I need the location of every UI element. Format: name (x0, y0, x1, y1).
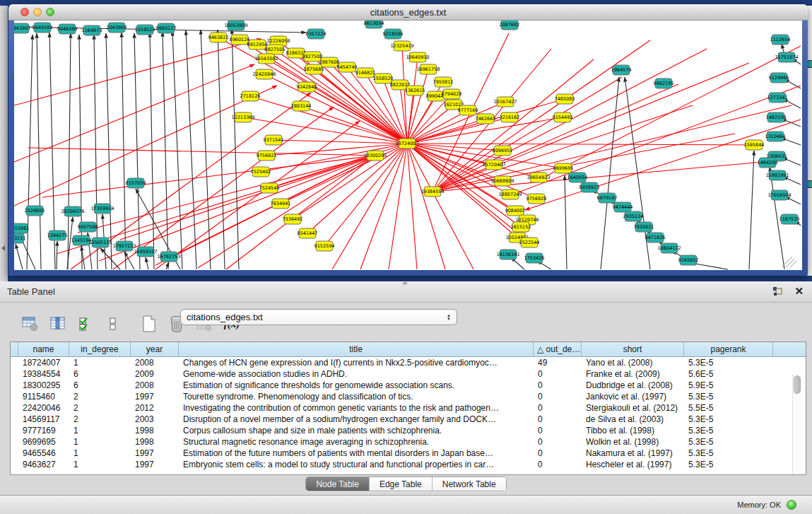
table-cell-title[interactable]: Genome-wide association studies in ADHD. (179, 368, 534, 380)
graph-node[interactable]: 16961758 (416, 64, 440, 74)
collapse-panel-arrow-icon[interactable] (1, 245, 5, 251)
table-cell-pagerank[interactable]: 5.6E-5 (684, 368, 773, 380)
table-cell-name[interactable]: 9463627 (18, 459, 69, 470)
graph-node[interactable]: 9242848 (297, 82, 317, 92)
graph-node[interactable]: 16958107 (134, 247, 157, 257)
graph-node[interactable]: 1112654 (770, 35, 791, 45)
graph-node[interactable]: 16053809 (224, 21, 247, 30)
graph-node[interactable]: 9129966 (769, 73, 789, 83)
table-select-combobox[interactable]: citations_edges.txt ▲▼ (180, 309, 457, 325)
graph-node[interactable]: 7932621 (634, 222, 654, 232)
table-cell-short[interactable]: Tibbo et al. (1998) (582, 425, 684, 436)
citation-edge-red[interactable] (402, 46, 407, 144)
table-cell-pagerank[interactable]: 5.5E-5 (684, 402, 773, 414)
citation-edge-red[interactable] (266, 59, 407, 144)
graph-node[interactable]: 1753426 (524, 253, 545, 263)
graph-node[interactable]: 2522544 (519, 238, 540, 247)
graph-node[interactable]: 1484209 (758, 158, 778, 168)
graph-node[interactable]: 9827505 (265, 45, 286, 54)
graph-node[interactable]: 22420046 (252, 69, 276, 79)
graph-node[interactable]: 1482339 (766, 112, 787, 122)
graph-node[interactable]: 17016504 (767, 190, 791, 200)
citation-edge-black[interactable] (68, 33, 71, 269)
citation-edge-black[interactable] (57, 241, 57, 269)
table-scrollbar-thumb[interactable] (794, 375, 801, 394)
table-cell-pagerank[interactable]: 5.3E-5 (684, 425, 773, 436)
citation-edge-red[interactable] (307, 144, 407, 233)
float-panel-icon[interactable] (772, 286, 783, 297)
graph-node[interactable]: 9245652 (678, 255, 699, 265)
graph-node[interactable]: 9218506 (383, 29, 404, 39)
graph-node[interactable]: 2087682 (500, 21, 520, 30)
table-cell-name[interactable]: 22420046 (18, 402, 69, 414)
citation-edge-red[interactable] (407, 144, 445, 269)
citation-edge-black[interactable] (27, 35, 33, 269)
table-cell-pagerank[interactable]: 5.3E-5 (684, 459, 773, 470)
table-cell-in_degree[interactable]: 6 (69, 380, 131, 391)
network-window-titlebar[interactable]: citations_edges.txt (8, 4, 808, 21)
graph-node[interactable]: 18300295 (363, 151, 387, 160)
graph-node[interactable]: 8541447 (298, 228, 318, 238)
graph-node[interactable]: 9699695 (553, 163, 574, 173)
table-cell-name[interactable]: 9699695 (18, 436, 69, 448)
graph-node[interactable]: 9097588 (78, 222, 98, 232)
table-row[interactable]: 969969511998Structural magnetic resonanc… (11, 436, 806, 448)
table-cell-title[interactable]: Changes of HCN gene expression and I(f) … (179, 357, 534, 368)
table-cell-pagerank[interactable]: 5.3E-5 (684, 448, 773, 459)
table-cell-title[interactable]: Estimation of the future numbers of pati… (179, 448, 534, 459)
table-cell-out_degree[interactable]: 0 (534, 391, 582, 402)
table-cell-year[interactable]: 1997 (131, 448, 179, 459)
graph-node[interactable]: 16782753 (157, 252, 180, 262)
table-cell-short[interactable]: Wolkin et al. (1998) (582, 436, 684, 448)
graph-node[interactable]: 9084007 (505, 206, 526, 216)
graph-node[interactable]: 1615152 (511, 222, 531, 232)
graph-node[interactable]: 17359924 (90, 204, 114, 214)
citation-edge-red[interactable] (407, 144, 417, 269)
table-cell-out_degree[interactable]: 0 (534, 436, 582, 448)
table-cell-name[interactable]: 9777169 (18, 425, 69, 436)
graph-node[interactable]: 10688609 (490, 176, 514, 186)
table-cell-in_degree[interactable]: 1 (69, 448, 131, 459)
splitter-grip[interactable] (403, 282, 407, 285)
table-cell-pagerank[interactable]: 5.3E-5 (684, 391, 773, 402)
table-cell-year[interactable]: 2012 (131, 402, 179, 414)
table-cell-in_degree[interactable]: 2 (69, 391, 131, 402)
table-cell-short[interactable]: Stergiakouli et al. (2012) (582, 402, 684, 414)
table-cell-name[interactable]: 19384554 (18, 368, 69, 380)
table-cell-short[interactable]: de Silva et al. (2003) (582, 414, 684, 425)
graph-node[interactable]: 8471826 (645, 233, 666, 243)
table-cell-pagerank[interactable]: 5.3E-5 (684, 436, 773, 448)
graph-node[interactable]: 13505115 (88, 238, 112, 247)
graph-node[interactable]: 1943907 (14, 23, 30, 33)
table-cell-short[interactable]: Jankovic et al. (1997) (582, 391, 684, 402)
column-header-out_degree[interactable]: △ out_de… (534, 342, 582, 356)
table-cell-year[interactable]: 2008 (131, 380, 179, 391)
graph-node[interactable]: 7485083 (555, 94, 575, 104)
graph-node[interactable]: 5875685 (304, 64, 324, 74)
citation-edge-black[interactable] (79, 35, 82, 269)
graph-node[interactable]: 7634941 (271, 199, 291, 209)
graph-node[interactable]: 2803144 (291, 101, 312, 111)
table-row[interactable]: 1938455462009Genome-wide association stu… (11, 368, 806, 380)
graph-node[interactable]: 8157059 (126, 178, 146, 188)
column-header-in_degree[interactable]: in_degree (69, 342, 131, 356)
graph-node[interactable]: 2526605 (25, 206, 45, 216)
graph-node[interactable]: 9474444 (613, 202, 633, 212)
table-row[interactable]: 946362711997Embryonic stem cells: a mode… (11, 459, 806, 470)
graph-node[interactable]: 6794028 (442, 89, 462, 99)
graph-node[interactable]: 9154493 (553, 112, 573, 122)
graph-node[interactable]: 17957223 (112, 241, 136, 251)
table-cell-name[interactable]: 9115460 (18, 391, 69, 402)
table-cell-year[interactable]: 1998 (131, 425, 179, 436)
citation-edge-red[interactable] (226, 156, 375, 269)
graph-node[interactable]: 7525402 (251, 167, 271, 177)
citation-edge-black[interactable] (100, 248, 120, 269)
graph-node[interactable]: 2043909 (107, 23, 127, 33)
table-cell-out_degree[interactable]: 0 (534, 459, 582, 470)
table-cell-out_degree[interactable]: 49 (534, 357, 582, 368)
tab-edge-table[interactable]: Edge Table (370, 477, 433, 491)
column-header-pagerank[interactable]: pagerank (684, 342, 773, 356)
graph-node[interactable]: 8454749 (337, 62, 358, 72)
table-cell-out_degree[interactable]: 0 (534, 448, 582, 459)
citation-edge-black[interactable] (146, 257, 148, 269)
